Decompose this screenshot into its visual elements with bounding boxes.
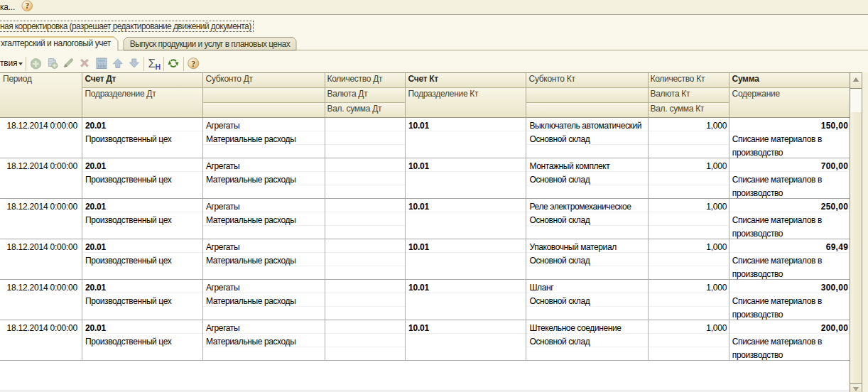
svg-text:Н: Н: [156, 62, 161, 71]
svg-text:Σ: Σ: [148, 57, 156, 70]
svg-text:?: ?: [191, 59, 195, 69]
svg-text:?: ?: [25, 1, 29, 10]
